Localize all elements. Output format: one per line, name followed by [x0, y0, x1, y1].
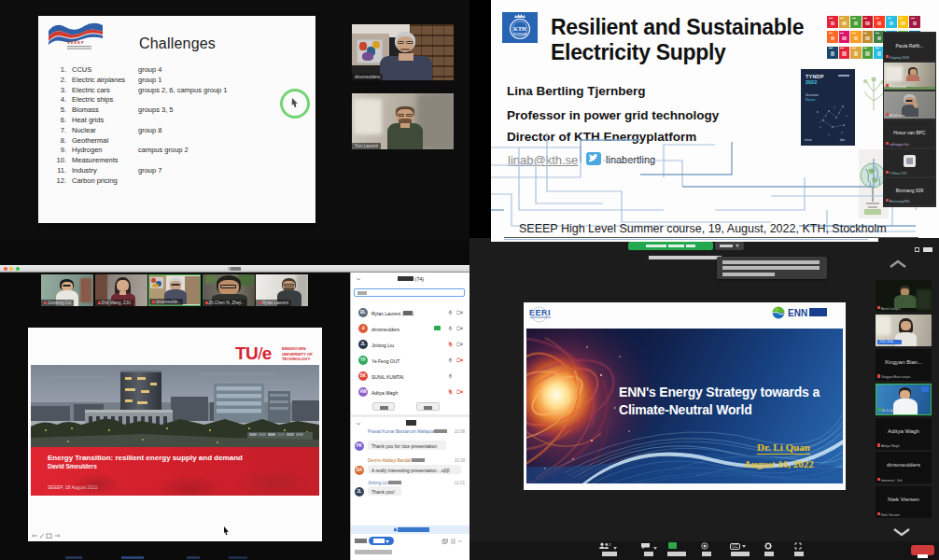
svg-text:27: 27 [609, 543, 611, 547]
svg-text:KTH: KTH [513, 26, 526, 32]
svg-text:S E E E P: S E E E P [67, 40, 84, 45]
svg-text:VETENSKAP: VETENSKAP [512, 33, 527, 36]
